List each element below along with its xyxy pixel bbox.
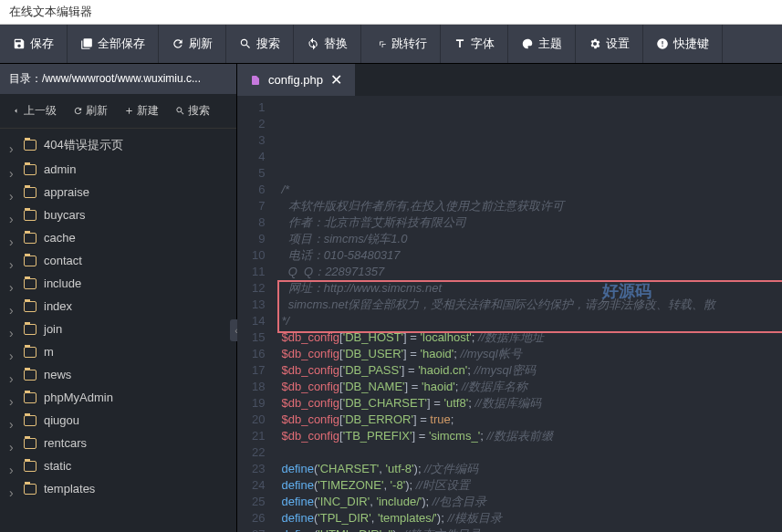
folder-icon [24,187,36,198]
tree-item-label: include [44,276,81,290]
window-title: 在线文本编辑器 [0,0,782,25]
tree-item[interactable]: static [0,454,236,477]
tree-item[interactable]: phpMyAdmin [0,386,236,409]
tree-item-label: templates [44,482,95,495]
folder-icon [24,256,36,266]
save-button[interactable]: 保存 [0,25,68,63]
chevron-right-icon [9,485,16,493]
folder-icon [24,461,36,472]
up-level-button[interactable]: 上一级 [4,99,64,122]
main-toolbar: 保存 全部保存 刷新 搜索 替换 跳转行 字体 主题 设置 快捷键 [0,25,782,64]
tree-item[interactable]: appraise [0,181,236,203]
font-button[interactable]: 字体 [441,25,508,63]
tree-item-label: m [44,345,54,359]
line-gutter: 1234567891011121314151617181920212223242… [237,96,274,532]
folder-icon [24,233,36,244]
file-tree: 404错误提示页adminappraisebuycarscachecontact… [0,129,236,532]
tree-item-label: admin [44,162,76,176]
tree-item-label: phpMyAdmin [44,391,113,404]
sidebar-refresh-button[interactable]: 刷新 [66,99,115,122]
folder-icon [24,301,36,312]
sidebar-toolbar: 上一级 刷新 新建 搜索 [0,94,236,129]
path-bar: 目录：/www/wwwroot/www.wuximiu.c... [0,64,236,94]
code-content[interactable]: 好源码 /* 本软件版权归作者所有,在投入使用之前注意获取许可 作者：北京市普艾… [274,96,782,532]
chevron-right-icon [9,463,16,470]
refresh-button[interactable]: 刷新 [159,25,226,63]
search-button[interactable]: 搜索 [226,25,294,63]
shortcuts-button[interactable]: 快捷键 [643,25,723,63]
tree-item[interactable]: include [0,272,236,295]
tree-item[interactable]: rentcars [0,432,236,454]
chevron-right-icon [9,280,16,287]
chevron-right-icon [9,212,16,219]
folder-icon [24,347,36,358]
chevron-right-icon [9,189,16,196]
chevron-right-icon [9,166,16,173]
tree-item-label: 404错误提示页 [44,137,123,153]
folder-icon [24,324,36,335]
sidebar-search-button[interactable]: 搜索 [168,99,217,122]
editor-area: ‹ config.php ✕ 1234567891011121314151617… [237,64,782,532]
tree-item-label: join [44,322,62,336]
tree-item-label: cache [44,231,76,245]
php-file-icon [250,75,261,86]
tree-item[interactable]: cache [0,226,236,249]
tree-item[interactable]: 404错误提示页 [0,132,236,158]
tree-item-label: appraise [44,185,89,199]
tree-item[interactable]: buycars [0,203,236,226]
replace-button[interactable]: 替换 [294,25,361,63]
folder-icon [24,278,36,289]
tree-item-label: rentcars [44,436,87,450]
tree-item-label: contact [44,254,82,267]
chevron-right-icon [9,440,16,447]
settings-button[interactable]: 设置 [576,25,643,63]
chevron-right-icon [9,257,16,265]
tree-item[interactable]: join [0,318,236,340]
tree-item-label: index [44,299,72,313]
tab-close-icon[interactable]: ✕ [330,71,342,89]
tree-item[interactable]: qiugou [0,409,236,432]
folder-icon [24,140,36,151]
chevron-right-icon [9,394,16,402]
tab-config-php[interactable]: config.php ✕ [237,64,355,96]
tree-item-label: static [44,459,71,473]
folder-icon [24,164,36,175]
chevron-right-icon [9,326,16,333]
folder-icon [24,370,36,381]
chevron-right-icon [9,417,16,424]
folder-icon [24,392,36,403]
folder-icon [24,484,36,495]
chevron-right-icon [9,349,16,356]
chevron-right-icon [9,141,16,149]
tree-item[interactable]: index [0,295,236,318]
editor-tabs: config.php ✕ [237,64,782,96]
chevron-right-icon [9,303,16,310]
new-button[interactable]: 新建 [117,99,166,122]
tree-item[interactable]: templates [0,477,236,500]
tree-item[interactable]: news [0,363,236,386]
save-all-button[interactable]: 全部保存 [68,25,159,63]
code-editor[interactable]: 1234567891011121314151617181920212223242… [237,96,782,532]
goto-line-button[interactable]: 跳转行 [361,25,441,63]
tree-item-label: qiugou [44,413,79,427]
theme-button[interactable]: 主题 [508,25,576,63]
tree-item[interactable]: m [0,340,236,363]
chevron-right-icon [9,235,16,242]
chevron-right-icon [9,371,16,379]
tree-item-label: news [44,368,71,381]
folder-icon [24,415,36,426]
tree-item[interactable]: admin [0,158,236,181]
folder-icon [24,438,36,449]
folder-icon [24,210,36,221]
file-sidebar: 目录：/www/wwwroot/www.wuximiu.c... 上一级 刷新 … [0,64,237,532]
tree-item-label: buycars [44,208,86,222]
tree-item[interactable]: contact [0,249,236,272]
